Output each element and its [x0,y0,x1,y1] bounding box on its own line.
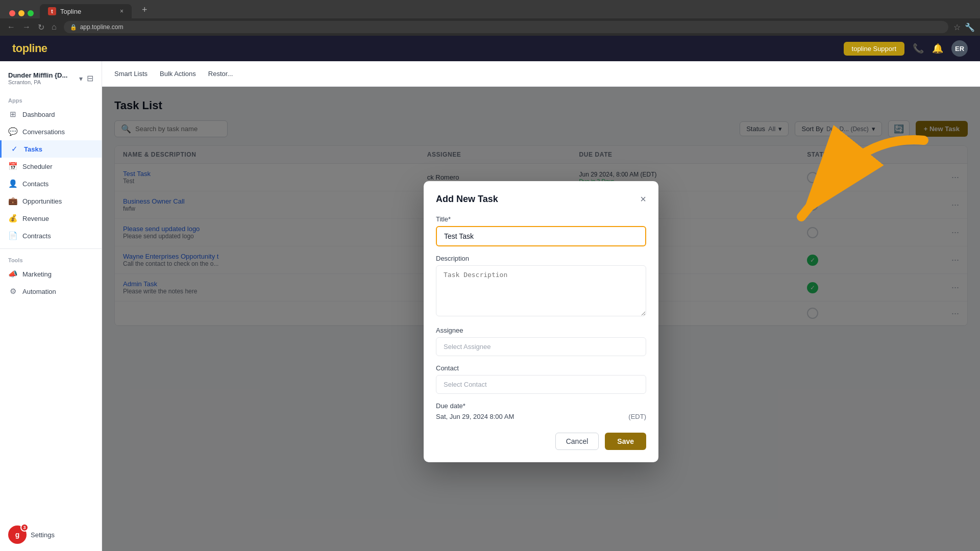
sidebar-header: Dunder Mifflin {D... Scranton, PA ▾ ⊟ [0,67,102,93]
traffic-light-minimize[interactable] [18,10,24,16]
contacts-icon: 👤 [8,179,17,188]
org-location: Scranton, PA [8,79,67,85]
modal-close-button[interactable]: × [640,193,646,205]
nav-back-btn[interactable]: ← [5,20,17,34]
lock-icon: 🔒 [70,24,77,31]
modal-header: Add New Task × [436,193,646,205]
description-label: Description [436,255,646,262]
sidebar-item-automation[interactable]: ⚙ Automation [0,283,102,300]
due-date-timezone: (EDT) [628,413,646,420]
main-body: Task List 🔍 Status All ▾ Sort By Due D..… [102,87,980,551]
arrow-svg [786,125,939,247]
due-date-value[interactable]: Sat, Jun 29, 2024 8:00 AM [436,413,514,420]
avatar-badge: 3 [20,523,29,532]
sidebar-item-label: Contacts [22,180,48,188]
address-bar[interactable]: 🔒 app.topline.com [64,21,948,33]
nav-forward-btn[interactable]: → [20,20,33,34]
title-label: Title* [436,215,646,223]
top-bar: topline topline Support 📞 🔔 ER [0,36,980,61]
sidebar-item-conversations[interactable]: 💬 Conversations [0,123,102,140]
assignee-field-group: Assignee Select Assignee [436,327,646,356]
sidebar-item-label: Contracts [22,232,51,240]
org-info: Dunder Mifflin {D... Scranton, PA [8,71,67,85]
contact-field-group: Contact Select Contact [436,364,646,394]
bell-icon[interactable]: 🔔 [932,43,943,54]
modal-title: Add New Task [436,194,498,205]
tools-section-label: Tools [0,253,102,265]
sidebar-item-label: Marketing [22,270,52,278]
main-content: Smart Lists Bulk Actions Restor... Task … [102,61,980,551]
sidebar-divider [0,248,102,249]
arrow-annotation [786,125,939,247]
sidebar-item-contracts[interactable]: 📄 Contracts [0,227,102,244]
revenue-icon: 💰 [8,214,17,223]
tab-close-btn[interactable]: × [120,8,124,15]
sidebar-item-revenue[interactable]: 💰 Revenue [0,210,102,227]
due-date-row: Sat, Jun 29, 2024 8:00 AM (EDT) [436,413,646,420]
sidebar-item-label: Opportunities [22,197,62,205]
sidebar-item-scheduler[interactable]: 📅 Scheduler [0,158,102,175]
due-date-field-group: Due date* Sat, Jun 29, 2024 8:00 AM (EDT… [436,402,646,420]
new-tab-btn[interactable]: + [134,2,156,18]
description-textarea[interactable] [436,265,646,316]
add-task-modal: Add New Task × Title* Description Assign… [424,181,658,462]
tab-favicon: t [48,7,56,15]
sidebar-item-dashboard[interactable]: ⊞ Dashboard [0,106,102,123]
automation-icon: ⚙ [8,287,17,296]
contracts-icon: 📄 [8,231,17,240]
sidebar-item-settings[interactable]: Settings [31,531,55,539]
support-button[interactable]: topline Support [844,42,904,56]
bulk-actions-link[interactable]: Bulk Actions [160,68,196,80]
layout-icon[interactable]: ⊟ [87,73,93,83]
bookmark-btn[interactable]: ☆ [953,22,961,32]
title-field-group: Title* [436,215,646,246]
nav-reload-btn[interactable]: ↻ [36,20,46,34]
sidebar-item-opportunities[interactable]: 💼 Opportunities [0,192,102,210]
nav-home-btn[interactable]: ⌂ [50,20,59,34]
sidebar-bottom: g 3 Settings [0,519,102,550]
sidebar-item-contacts[interactable]: 👤 Contacts [0,175,102,192]
sidebar-item-label: Conversations [22,128,65,136]
main-header: Smart Lists Bulk Actions Restor... [102,61,980,87]
title-input[interactable] [436,226,646,246]
topline-logo: topline [12,42,47,55]
cancel-button[interactable]: Cancel [555,433,599,450]
smart-lists-link[interactable]: Smart Lists [114,68,148,80]
restore-link[interactable]: Restor... [208,68,233,80]
sidebar: Dunder Mifflin {D... Scranton, PA ▾ ⊟ Ap… [0,61,102,551]
traffic-light-close[interactable] [9,10,15,16]
sidebar-item-label: Automation [22,288,56,295]
sidebar-item-label: Revenue [22,215,49,222]
due-date-label: Due date* [436,402,646,410]
traffic-light-fullscreen[interactable] [28,10,34,16]
assignee-select[interactable]: Select Assignee [436,337,646,356]
url-text: app.topline.com [80,23,124,31]
modal-footer: Cancel Save [436,433,646,450]
contact-label: Contact [436,364,646,372]
sidebar-item-label: Tasks [24,145,42,153]
org-dropdown-icon[interactable]: ▾ [79,74,83,83]
contact-select[interactable]: Select Contact [436,375,646,394]
sidebar-item-label: Dashboard [22,111,55,118]
tab-title: Topline [60,8,81,15]
org-name: Dunder Mifflin {D... [8,71,67,79]
sidebar-item-tasks[interactable]: ✓ Tasks [0,140,102,158]
sidebar-item-label: Scheduler [22,163,53,170]
sidebar-item-label: Settings [31,531,55,539]
save-button[interactable]: Save [605,433,646,450]
description-field-group: Description [436,255,646,318]
sidebar-item-marketing[interactable]: 📣 Marketing [0,265,102,283]
phone-icon[interactable]: 📞 [913,43,924,54]
user-avatar[interactable]: ER [951,40,968,57]
conversations-icon: 💬 [8,127,17,136]
dashboard-icon: ⊞ [8,110,17,119]
browser-tab-active[interactable]: t Topline × [40,4,132,18]
marketing-icon: 📣 [8,269,17,279]
scheduler-icon: 📅 [8,162,17,171]
modal-overlay: Add New Task × Title* Description Assign… [102,87,980,551]
sidebar-avatar[interactable]: g 3 [8,525,27,544]
opportunities-icon: 💼 [8,196,17,206]
extension-btn[interactable]: 🔧 [965,22,975,32]
app-body: Dunder Mifflin {D... Scranton, PA ▾ ⊟ Ap… [0,61,980,551]
assignee-label: Assignee [436,327,646,334]
